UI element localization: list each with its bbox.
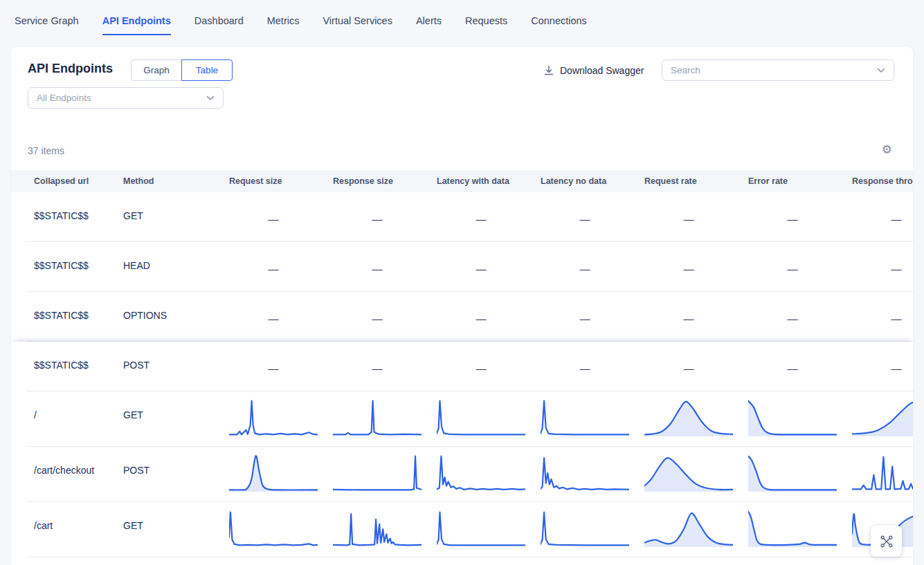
table-row[interactable]: /cartGET — [11, 502, 913, 557]
metric-cell — [541, 502, 644, 557]
nav-tab-requests[interactable]: Requests — [465, 15, 507, 34]
metric-cell — [437, 447, 541, 502]
table-row[interactable]: $$STATIC$$POST——————— — [11, 342, 913, 391]
empty-metric-dash: — — [748, 313, 837, 324]
metric-cell: — — [541, 342, 644, 391]
empty-metric-dash: — — [333, 362, 422, 374]
nav-tab-metrics[interactable]: Metrics — [267, 15, 300, 34]
empty-metric-dash: — — [541, 213, 629, 225]
metric-cell — [541, 447, 644, 502]
table-row[interactable]: /cart/checkoutPOST — [11, 447, 913, 502]
metric-cell — [229, 447, 333, 502]
search-input[interactable] — [671, 65, 877, 75]
metric-cell: — — [229, 292, 333, 342]
expand-button[interactable] — [871, 526, 902, 557]
empty-metric-dash: — — [852, 313, 913, 324]
metric-cell: — — [333, 292, 437, 342]
metric-cell — [644, 391, 748, 447]
nav-tab-connections[interactable]: Connections — [531, 15, 587, 34]
metric-cell: — — [437, 242, 541, 292]
table-rows-upper: $$STATIC$$GET———————$$STATIC$$HEAD——————… — [11, 192, 913, 342]
sparkline-latency-with-data — [437, 507, 525, 548]
page-title: API Endpoints — [28, 62, 113, 76]
column-header-latency-no-data: Latency no data — [541, 176, 644, 186]
table-rows-lower: $$STATIC$$POST———————/GET/cart/checkoutP… — [11, 342, 913, 557]
graph-view-button[interactable]: Graph — [131, 59, 182, 81]
nav-tab-virtual-services[interactable]: Virtual Services — [323, 15, 392, 34]
metric-cell: — — [229, 342, 333, 391]
sparkline-response-throughput — [852, 396, 913, 438]
table-row-stub — [11, 557, 913, 565]
metric-cell: — — [748, 342, 852, 391]
column-header-latency-with-data: Latency with data — [437, 176, 541, 186]
sparkline-latency-no-data — [541, 507, 629, 548]
nav-tab-dashboard[interactable]: Dashboard — [194, 15, 244, 34]
metric-cell: — — [644, 242, 748, 292]
empty-metric-dash: — — [644, 362, 733, 374]
table-view-button[interactable]: Table — [181, 59, 233, 81]
column-header-request-rate: Request rate — [644, 176, 748, 186]
api-endpoints-panel: API Endpoints Graph Table All Endpoints … — [11, 47, 913, 565]
sparkline-request-size — [229, 396, 318, 438]
table-row[interactable]: /GET — [11, 391, 913, 447]
table-header-row: Collapsed urlMethodRequest sizeResponse … — [11, 170, 913, 192]
chevron-down-icon — [206, 95, 215, 101]
endpoint-url: $$STATIC$$ — [34, 242, 123, 292]
empty-metric-dash: — — [437, 362, 525, 374]
metric-cell: — — [852, 242, 913, 292]
endpoint-url: / — [34, 391, 123, 447]
metric-cell — [333, 502, 437, 557]
nav-tab-service-graph[interactable]: Service Graph — [15, 15, 79, 34]
metric-cell: — — [333, 192, 437, 242]
gear-icon[interactable]: ⚙ — [882, 142, 892, 157]
metric-cell — [748, 447, 852, 502]
metric-cell: — — [437, 342, 541, 391]
metric-cell — [748, 391, 852, 447]
empty-metric-dash: — — [437, 313, 525, 324]
empty-metric-dash: — — [333, 213, 422, 225]
metric-cell: — — [333, 242, 437, 292]
endpoint-filter-placeholder: All Endpoints — [37, 93, 206, 103]
column-header-response-size: Response size — [333, 176, 437, 186]
endpoint-url: $$STATIC$$ — [34, 342, 123, 391]
empty-metric-dash: — — [541, 362, 629, 374]
metric-cell: — — [852, 192, 913, 242]
sparkline-request-size — [229, 452, 318, 493]
column-header-response-throughput: Response throughput — [852, 176, 913, 186]
endpoint-filter-select[interactable]: All Endpoints — [28, 87, 224, 109]
metric-cell: — — [644, 292, 748, 342]
endpoint-method: POST — [123, 447, 229, 502]
metric-cell: — — [333, 342, 437, 391]
table-meta-row: 37 items ⚙ — [11, 141, 913, 162]
sparkline-request-size — [229, 507, 318, 548]
empty-metric-dash: — — [541, 263, 629, 275]
metric-cell: — — [437, 292, 541, 342]
nav-tab-api-endpoints[interactable]: API Endpoints — [102, 15, 171, 35]
metric-cell — [644, 502, 748, 557]
nav-tab-alerts[interactable]: Alerts — [416, 15, 442, 34]
empty-metric-dash: — — [644, 213, 733, 225]
table-row[interactable]: $$STATIC$$OPTIONS——————— — [11, 292, 913, 342]
endpoint-method: GET — [123, 391, 229, 447]
sparkline-latency-with-data — [437, 452, 525, 493]
sparkline-request-rate — [644, 452, 733, 493]
column-header-collapsed-url: Collapsed url — [34, 176, 123, 186]
metric-cell: — — [541, 242, 644, 292]
table-row[interactable]: $$STATIC$$GET——————— — [11, 192, 913, 242]
metric-cell: — — [644, 342, 748, 391]
sparkline-response-size — [333, 452, 422, 493]
download-swagger-button[interactable]: Download Swagger — [543, 59, 644, 81]
chevron-down-icon — [877, 68, 885, 73]
metric-cell: — — [541, 292, 644, 342]
table-row[interactable]: $$STATIC$$HEAD——————— — [11, 242, 913, 292]
sparkline-error-rate — [748, 396, 837, 438]
column-header-error-rate: Error rate — [748, 176, 852, 186]
empty-metric-dash: — — [333, 313, 422, 324]
metric-cell: — — [748, 292, 852, 342]
metric-cell — [437, 502, 541, 557]
endpoint-method: POST — [123, 342, 229, 391]
empty-metric-dash: — — [229, 263, 318, 275]
metric-cell — [437, 391, 541, 447]
endpoint-method: HEAD — [123, 242, 229, 292]
metric-cell — [852, 391, 913, 447]
